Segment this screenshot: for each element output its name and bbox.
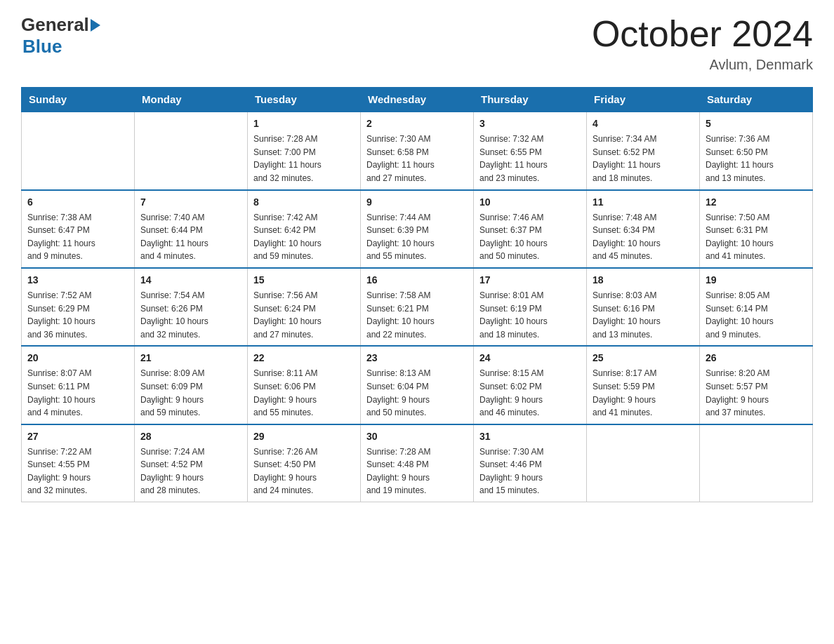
day-info: Sunrise: 8:01 AMSunset: 6:19 PMDaylight:…	[479, 289, 581, 341]
calendar-week-4: 20Sunrise: 8:07 AMSunset: 6:11 PMDayligh…	[22, 346, 813, 424]
calendar-cell: 15Sunrise: 7:56 AMSunset: 6:24 PMDayligh…	[248, 268, 361, 346]
calendar-cell: 18Sunrise: 8:03 AMSunset: 6:16 PMDayligh…	[587, 268, 700, 346]
day-info: Sunrise: 7:24 AMSunset: 4:52 PMDaylight:…	[140, 445, 241, 497]
calendar-week-2: 6Sunrise: 7:38 AMSunset: 6:47 PMDaylight…	[22, 190, 813, 268]
calendar-cell: 10Sunrise: 7:46 AMSunset: 6:37 PMDayligh…	[474, 190, 587, 268]
day-number: 8	[253, 195, 355, 210]
day-info: Sunrise: 8:09 AMSunset: 6:09 PMDaylight:…	[140, 367, 241, 419]
day-info: Sunrise: 7:30 AMSunset: 4:46 PMDaylight:…	[479, 445, 581, 497]
calendar-cell	[700, 424, 813, 502]
calendar-week-5: 27Sunrise: 7:22 AMSunset: 4:55 PMDayligh…	[22, 424, 813, 502]
calendar-cell: 24Sunrise: 8:15 AMSunset: 6:02 PMDayligh…	[474, 346, 587, 424]
calendar-cell: 31Sunrise: 7:30 AMSunset: 4:46 PMDayligh…	[474, 424, 587, 502]
calendar-cell: 23Sunrise: 8:13 AMSunset: 6:04 PMDayligh…	[361, 346, 474, 424]
day-number: 26	[706, 351, 807, 365]
calendar-header-saturday: Saturday	[700, 88, 813, 112]
location-label: Avlum, Denmark	[592, 57, 813, 73]
calendar-cell: 9Sunrise: 7:44 AMSunset: 6:39 PMDaylight…	[361, 190, 474, 268]
calendar-cell: 13Sunrise: 7:52 AMSunset: 6:29 PMDayligh…	[22, 268, 135, 346]
calendar-cell: 16Sunrise: 7:58 AMSunset: 6:21 PMDayligh…	[361, 268, 474, 346]
day-info: Sunrise: 7:54 AMSunset: 6:26 PMDaylight:…	[140, 289, 241, 341]
calendar-cell: 8Sunrise: 7:42 AMSunset: 6:42 PMDaylight…	[248, 190, 361, 268]
day-number: 23	[366, 351, 468, 365]
day-info: Sunrise: 7:22 AMSunset: 4:55 PMDaylight:…	[27, 445, 128, 497]
calendar-header-sunday: Sunday	[22, 88, 135, 112]
day-number: 1	[253, 116, 355, 131]
calendar-cell: 30Sunrise: 7:28 AMSunset: 4:48 PMDayligh…	[361, 424, 474, 502]
day-number: 31	[479, 429, 581, 444]
calendar-cell: 14Sunrise: 7:54 AMSunset: 6:26 PMDayligh…	[135, 268, 248, 346]
day-number: 30	[366, 429, 468, 444]
day-info: Sunrise: 7:32 AMSunset: 6:55 PMDaylight:…	[479, 133, 581, 185]
day-number: 14	[140, 273, 241, 288]
month-title: October 2024	[592, 14, 813, 54]
calendar-cell: 25Sunrise: 8:17 AMSunset: 5:59 PMDayligh…	[587, 346, 700, 424]
day-info: Sunrise: 8:07 AMSunset: 6:11 PMDaylight:…	[27, 367, 128, 419]
calendar-cell: 26Sunrise: 8:20 AMSunset: 5:57 PMDayligh…	[700, 346, 813, 424]
logo: General Blue	[21, 14, 100, 58]
day-info: Sunrise: 7:28 AMSunset: 4:48 PMDaylight:…	[366, 445, 468, 497]
calendar-header-monday: Monday	[135, 88, 248, 112]
day-info: Sunrise: 8:20 AMSunset: 5:57 PMDaylight:…	[706, 367, 807, 419]
calendar-header-tuesday: Tuesday	[248, 88, 361, 112]
day-info: Sunrise: 7:26 AMSunset: 4:50 PMDaylight:…	[253, 445, 355, 497]
day-number: 25	[593, 351, 694, 365]
day-number: 9	[366, 195, 468, 210]
title-area: October 2024 Avlum, Denmark	[592, 14, 813, 73]
day-info: Sunrise: 7:34 AMSunset: 6:52 PMDaylight:…	[593, 133, 694, 185]
day-info: Sunrise: 8:05 AMSunset: 6:14 PMDaylight:…	[706, 289, 807, 341]
day-number: 11	[593, 195, 694, 210]
day-info: Sunrise: 7:44 AMSunset: 6:39 PMDaylight:…	[366, 211, 468, 263]
calendar-cell: 1Sunrise: 7:28 AMSunset: 7:00 PMDaylight…	[248, 112, 361, 189]
calendar-cell: 20Sunrise: 8:07 AMSunset: 6:11 PMDayligh…	[22, 346, 135, 424]
day-number: 10	[479, 195, 581, 210]
calendar-cell: 28Sunrise: 7:24 AMSunset: 4:52 PMDayligh…	[135, 424, 248, 502]
day-info: Sunrise: 7:52 AMSunset: 6:29 PMDaylight:…	[27, 289, 128, 341]
calendar-header-wednesday: Wednesday	[361, 88, 474, 112]
calendar-cell: 17Sunrise: 8:01 AMSunset: 6:19 PMDayligh…	[474, 268, 587, 346]
day-info: Sunrise: 8:17 AMSunset: 5:59 PMDaylight:…	[593, 367, 694, 419]
calendar-cell: 2Sunrise: 7:30 AMSunset: 6:58 PMDaylight…	[361, 112, 474, 189]
calendar-week-3: 13Sunrise: 7:52 AMSunset: 6:29 PMDayligh…	[22, 268, 813, 346]
calendar-cell: 22Sunrise: 8:11 AMSunset: 6:06 PMDayligh…	[248, 346, 361, 424]
day-info: Sunrise: 7:30 AMSunset: 6:58 PMDaylight:…	[366, 133, 468, 185]
day-info: Sunrise: 7:38 AMSunset: 6:47 PMDaylight:…	[27, 211, 128, 263]
day-info: Sunrise: 7:56 AMSunset: 6:24 PMDaylight:…	[253, 289, 355, 341]
calendar-cell: 5Sunrise: 7:36 AMSunset: 6:50 PMDaylight…	[700, 112, 813, 189]
day-number: 20	[27, 351, 128, 365]
calendar-cell: 11Sunrise: 7:48 AMSunset: 6:34 PMDayligh…	[587, 190, 700, 268]
day-number: 3	[479, 116, 581, 131]
calendar-table: SundayMondayTuesdayWednesdayThursdayFrid…	[21, 87, 813, 502]
calendar-cell: 27Sunrise: 7:22 AMSunset: 4:55 PMDayligh…	[22, 424, 135, 502]
day-info: Sunrise: 7:28 AMSunset: 7:00 PMDaylight:…	[253, 133, 355, 185]
logo-arrow-icon	[91, 19, 100, 32]
day-number: 6	[27, 195, 128, 210]
calendar-cell: 19Sunrise: 8:05 AMSunset: 6:14 PMDayligh…	[700, 268, 813, 346]
calendar-cell: 29Sunrise: 7:26 AMSunset: 4:50 PMDayligh…	[248, 424, 361, 502]
day-number: 15	[253, 273, 355, 288]
day-number: 24	[479, 351, 581, 365]
calendar-cell: 7Sunrise: 7:40 AMSunset: 6:44 PMDaylight…	[135, 190, 248, 268]
calendar-cell	[587, 424, 700, 502]
day-number: 27	[27, 429, 128, 444]
day-number: 16	[366, 273, 468, 288]
day-number: 5	[706, 116, 807, 131]
day-info: Sunrise: 7:48 AMSunset: 6:34 PMDaylight:…	[593, 211, 694, 263]
day-number: 2	[366, 116, 468, 131]
calendar-header-thursday: Thursday	[474, 88, 587, 112]
calendar-cell: 3Sunrise: 7:32 AMSunset: 6:55 PMDaylight…	[474, 112, 587, 189]
day-number: 4	[593, 116, 694, 131]
day-info: Sunrise: 8:11 AMSunset: 6:06 PMDaylight:…	[253, 367, 355, 419]
calendar-cell: 4Sunrise: 7:34 AMSunset: 6:52 PMDaylight…	[587, 112, 700, 189]
day-number: 29	[253, 429, 355, 444]
day-info: Sunrise: 7:36 AMSunset: 6:50 PMDaylight:…	[706, 133, 807, 185]
day-number: 18	[593, 273, 694, 288]
day-number: 12	[706, 195, 807, 210]
day-info: Sunrise: 8:15 AMSunset: 6:02 PMDaylight:…	[479, 367, 581, 419]
calendar-cell: 21Sunrise: 8:09 AMSunset: 6:09 PMDayligh…	[135, 346, 248, 424]
day-info: Sunrise: 8:03 AMSunset: 6:16 PMDaylight:…	[593, 289, 694, 341]
day-info: Sunrise: 7:50 AMSunset: 6:31 PMDaylight:…	[706, 211, 807, 263]
day-number: 28	[140, 429, 241, 444]
day-info: Sunrise: 7:42 AMSunset: 6:42 PMDaylight:…	[253, 211, 355, 263]
day-info: Sunrise: 7:40 AMSunset: 6:44 PMDaylight:…	[140, 211, 241, 263]
